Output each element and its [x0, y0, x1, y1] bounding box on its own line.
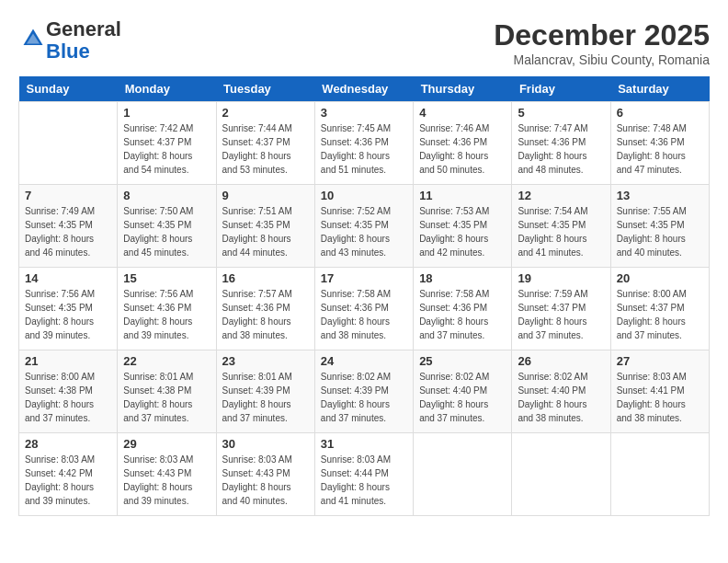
day-number: 9: [222, 189, 309, 202]
day-number: 12: [518, 189, 604, 202]
location: Malancrav, Sibiu County, Romania: [494, 52, 710, 67]
calendar-cell: 27Sunrise: 8:03 AM Sunset: 4:41 PM Dayli…: [610, 350, 709, 433]
cell-info: Sunrise: 8:00 AM Sunset: 4:37 PM Dayligh…: [617, 287, 703, 342]
calendar-cell: 1Sunrise: 7:42 AM Sunset: 4:37 PM Daylig…: [118, 102, 216, 185]
calendar-cell: 8Sunrise: 7:50 AM Sunset: 4:35 PM Daylig…: [118, 185, 216, 268]
day-number: 3: [321, 106, 407, 120]
cell-info: Sunrise: 7:56 AM Sunset: 4:36 PM Dayligh…: [123, 287, 210, 342]
calendar-cell: [19, 102, 118, 185]
calendar-cell: 23Sunrise: 8:01 AM Sunset: 4:39 PM Dayli…: [216, 350, 314, 433]
cell-info: Sunrise: 7:55 AM Sunset: 4:35 PM Dayligh…: [617, 204, 703, 259]
week-row-4: 21Sunrise: 8:00 AM Sunset: 4:38 PM Dayli…: [19, 350, 710, 433]
day-number: 10: [321, 189, 407, 202]
calendar-cell: [414, 433, 512, 516]
logo-icon: [20, 26, 46, 52]
calendar-cell: 4Sunrise: 7:46 AM Sunset: 4:36 PM Daylig…: [414, 102, 512, 185]
day-number: 27: [617, 354, 703, 368]
calendar-cell: 2Sunrise: 7:44 AM Sunset: 4:37 PM Daylig…: [216, 102, 314, 185]
day-number: 14: [25, 271, 111, 285]
calendar-cell: 14Sunrise: 7:56 AM Sunset: 4:35 PM Dayli…: [19, 268, 118, 350]
calendar-cell: [610, 433, 709, 516]
cell-info: Sunrise: 8:00 AM Sunset: 4:38 PM Dayligh…: [25, 370, 111, 425]
cell-info: Sunrise: 7:49 AM Sunset: 4:35 PM Dayligh…: [25, 204, 111, 259]
title-block: December 2025 Malancrav, Sibiu County, R…: [494, 18, 710, 67]
cell-info: Sunrise: 7:59 AM Sunset: 4:37 PM Dayligh…: [518, 287, 604, 342]
day-number: 7: [25, 189, 111, 202]
cell-info: Sunrise: 8:03 AM Sunset: 4:44 PM Dayligh…: [321, 453, 407, 508]
calendar-cell: 24Sunrise: 8:02 AM Sunset: 4:39 PM Dayli…: [314, 350, 413, 433]
cell-info: Sunrise: 7:51 AM Sunset: 4:35 PM Dayligh…: [222, 204, 309, 259]
calendar-cell: 11Sunrise: 7:53 AM Sunset: 4:35 PM Dayli…: [414, 185, 512, 268]
calendar-cell: 30Sunrise: 8:03 AM Sunset: 4:43 PM Dayli…: [216, 433, 314, 516]
day-number: 5: [518, 106, 604, 120]
day-number: 6: [617, 106, 703, 120]
cell-info: Sunrise: 8:01 AM Sunset: 4:39 PM Dayligh…: [222, 370, 309, 425]
day-number: 22: [123, 354, 210, 368]
logo-blue-text: Blue: [46, 40, 90, 63]
day-number: 2: [222, 106, 309, 120]
logo-general-text: General: [46, 17, 121, 40]
calendar-cell: 13Sunrise: 7:55 AM Sunset: 4:35 PM Dayli…: [610, 185, 709, 268]
header-sunday: Sunday: [19, 76, 118, 102]
header-tuesday: Tuesday: [216, 76, 314, 102]
day-number: 8: [123, 189, 210, 202]
day-number: 15: [123, 271, 210, 285]
calendar-cell: 7Sunrise: 7:49 AM Sunset: 4:35 PM Daylig…: [19, 185, 118, 268]
day-number: 19: [518, 271, 604, 285]
cell-info: Sunrise: 7:54 AM Sunset: 4:35 PM Dayligh…: [518, 204, 604, 259]
cell-info: Sunrise: 7:58 AM Sunset: 4:36 PM Dayligh…: [419, 287, 506, 342]
logo: General Blue: [18, 18, 121, 63]
calendar-cell: 5Sunrise: 7:47 AM Sunset: 4:36 PM Daylig…: [512, 102, 610, 185]
calendar-cell: 3Sunrise: 7:45 AM Sunset: 4:36 PM Daylig…: [314, 102, 413, 185]
calendar-cell: 18Sunrise: 7:58 AM Sunset: 4:36 PM Dayli…: [414, 268, 512, 350]
cell-info: Sunrise: 7:53 AM Sunset: 4:35 PM Dayligh…: [419, 204, 506, 259]
calendar-body: 1Sunrise: 7:42 AM Sunset: 4:37 PM Daylig…: [19, 102, 710, 516]
cell-info: Sunrise: 7:58 AM Sunset: 4:36 PM Dayligh…: [321, 287, 407, 342]
month-title: December 2025: [494, 18, 710, 52]
day-number: 21: [25, 354, 111, 368]
cell-info: Sunrise: 7:47 AM Sunset: 4:36 PM Dayligh…: [518, 121, 604, 177]
header-friday: Friday: [512, 76, 610, 102]
day-number: 16: [222, 271, 309, 285]
calendar-cell: 6Sunrise: 7:48 AM Sunset: 4:36 PM Daylig…: [610, 102, 709, 185]
calendar-cell: 15Sunrise: 7:56 AM Sunset: 4:36 PM Dayli…: [118, 268, 216, 350]
calendar-cell: 22Sunrise: 8:01 AM Sunset: 4:38 PM Dayli…: [118, 350, 216, 433]
cell-info: Sunrise: 8:01 AM Sunset: 4:38 PM Dayligh…: [123, 370, 210, 425]
cell-info: Sunrise: 7:44 AM Sunset: 4:37 PM Dayligh…: [222, 121, 309, 177]
cell-info: Sunrise: 7:57 AM Sunset: 4:36 PM Dayligh…: [222, 287, 309, 342]
cell-info: Sunrise: 7:46 AM Sunset: 4:36 PM Dayligh…: [419, 121, 506, 177]
page-header: General Blue December 2025 Malancrav, Si…: [18, 18, 710, 67]
cell-info: Sunrise: 8:03 AM Sunset: 4:42 PM Dayligh…: [25, 453, 111, 508]
calendar-cell: 9Sunrise: 7:51 AM Sunset: 4:35 PM Daylig…: [216, 185, 314, 268]
day-number: 4: [419, 106, 506, 120]
calendar-cell: 31Sunrise: 8:03 AM Sunset: 4:44 PM Dayli…: [314, 433, 413, 516]
day-number: 30: [222, 437, 309, 451]
day-number: 29: [123, 437, 210, 451]
calendar-cell: 10Sunrise: 7:52 AM Sunset: 4:35 PM Dayli…: [314, 185, 413, 268]
cell-info: Sunrise: 7:42 AM Sunset: 4:37 PM Dayligh…: [123, 121, 210, 177]
day-number: 17: [321, 271, 407, 285]
calendar-cell: [512, 433, 610, 516]
calendar-cell: 20Sunrise: 8:00 AM Sunset: 4:37 PM Dayli…: [610, 268, 709, 350]
cell-info: Sunrise: 8:02 AM Sunset: 4:40 PM Dayligh…: [518, 370, 604, 425]
header-wednesday: Wednesday: [314, 76, 413, 102]
day-number: 18: [419, 271, 506, 285]
day-number: 24: [321, 354, 407, 368]
calendar-cell: 16Sunrise: 7:57 AM Sunset: 4:36 PM Dayli…: [216, 268, 314, 350]
calendar-cell: 19Sunrise: 7:59 AM Sunset: 4:37 PM Dayli…: [512, 268, 610, 350]
cell-info: Sunrise: 8:02 AM Sunset: 4:39 PM Dayligh…: [321, 370, 407, 425]
day-number: 20: [617, 271, 703, 285]
header-monday: Monday: [118, 76, 216, 102]
calendar-header: SundayMondayTuesdayWednesdayThursdayFrid…: [19, 76, 710, 102]
calendar-cell: 17Sunrise: 7:58 AM Sunset: 4:36 PM Dayli…: [314, 268, 413, 350]
cell-info: Sunrise: 8:02 AM Sunset: 4:40 PM Dayligh…: [419, 370, 506, 425]
day-number: 13: [617, 189, 703, 202]
day-number: 25: [419, 354, 506, 368]
calendar-cell: 21Sunrise: 8:00 AM Sunset: 4:38 PM Dayli…: [19, 350, 118, 433]
week-row-3: 14Sunrise: 7:56 AM Sunset: 4:35 PM Dayli…: [19, 268, 710, 350]
day-number: 26: [518, 354, 604, 368]
cell-info: Sunrise: 8:03 AM Sunset: 4:41 PM Dayligh…: [617, 370, 703, 425]
calendar-cell: 28Sunrise: 8:03 AM Sunset: 4:42 PM Dayli…: [19, 433, 118, 516]
calendar-cell: 26Sunrise: 8:02 AM Sunset: 4:40 PM Dayli…: [512, 350, 610, 433]
header-thursday: Thursday: [414, 76, 512, 102]
